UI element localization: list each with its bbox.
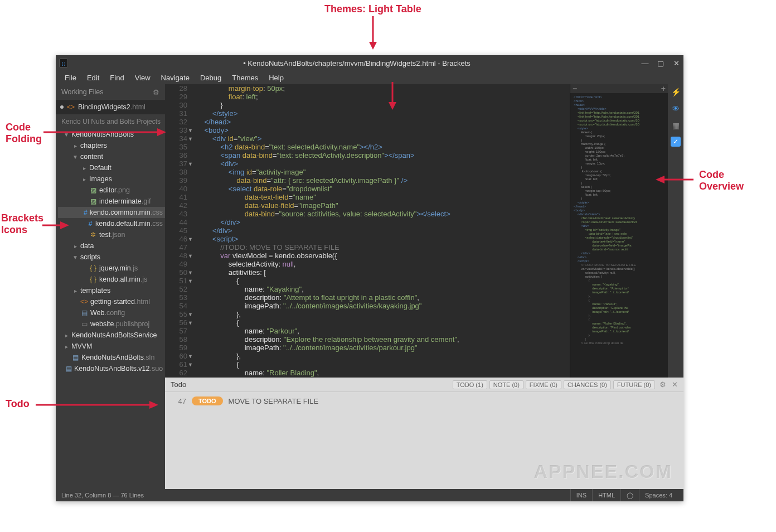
todo-settings-icon[interactable]: ⚙ [659,380,666,389]
indent-mode[interactable]: Spaces: 4 [639,489,678,501]
menu-debug[interactable]: Debug [196,72,226,83]
js-icon: { } [89,264,97,272]
working-file-name: BindingWidgets2 [78,103,130,111]
app-icon: [ ] [59,59,68,67]
code-overview[interactable]: − + <!DOCTYPE html><html><head> <title>M… [570,84,668,378]
watermark: APPNEE.COM [534,461,672,482]
svg-marker-9 [149,401,158,409]
txt-icon: ▤ [66,365,72,373]
todo-line-number: 47 [173,397,186,405]
folder-scripts[interactable]: ▼scripts [58,252,165,263]
menu-navigate[interactable]: Navigate [157,72,194,83]
file-web[interactable]: ▤Web.config [58,307,165,318]
folder-default[interactable]: ▸Default [58,162,165,173]
window-title: • KendoNutsAndBolts/chapters/mvvm/Bindin… [72,59,641,67]
todo-item[interactable]: 47 TODO MOVE TO SEPARATE FILE [173,396,676,405]
todo-filter-future[interactable]: FUTURE (0) [613,380,655,389]
html-icon: <> [80,298,88,306]
menu-help[interactable]: Help [264,72,288,83]
file-kendo.all.min[interactable]: { }kendo.all.min.js [58,274,165,285]
annotation-brackets-icons: BracketsIcons [1,212,43,236]
annotation-code-overview: CodeOverview [699,169,744,192]
todo-close-icon[interactable]: ✕ [672,380,678,389]
svg-marker-1 [369,42,377,50]
insert-mode[interactable]: INS [570,489,592,501]
statusbar: Line 32, Column 8 — 76 Lines INS HTML ◯ … [56,489,683,501]
file-kendonutsandbolts[interactable]: ▤KendoNutsAndBolts.sln [58,352,165,363]
file-jquery.min[interactable]: { }jquery.min.js [58,263,165,274]
overview-minus-icon[interactable]: − [573,87,577,91]
sidebar: Working Files ⚙ <> BindingWidgets2.html … [56,84,165,489]
css-icon: # [88,220,93,228]
file-editor[interactable]: ▨editor.png [58,185,165,196]
code-editor[interactable]: 282930313233▼34▼353637▼38394041424344454… [165,84,570,378]
titlebar: [ ] • KendoNutsAndBolts/chapters/mvvm/Bi… [56,55,683,71]
file-tree: ▼KendoNutsAndBolts▸chapters▼content▸Defa… [56,129,165,489]
line-gutter[interactable]: 282930313233▼34▼353637▼38394041424344454… [165,84,191,378]
todo-filter-fixme[interactable]: FIXME (0) [526,380,561,389]
annotation-code-folding: CodeFolding [6,122,42,145]
extension-toolbar: ⚡ 👁 ▦ ✓ [668,84,683,378]
eye-icon[interactable]: 👁 [670,103,681,114]
folder-data[interactable]: ▸data [58,240,165,252]
folder-templates[interactable]: ▸templates [58,285,165,296]
svg-marker-3 [389,102,396,110]
folder-kendonutsandboltsservice[interactable]: ▸KendoNutsAndBoltsService [58,330,165,341]
svg-marker-7 [60,221,69,229]
menu-edit[interactable]: Edit [83,72,104,83]
file-test[interactable]: ✲test.json [58,229,165,240]
menu-file[interactable]: File [60,72,81,83]
file-kendo.default.min[interactable]: #kendo.default.min.css [58,218,165,229]
folder-mvvm[interactable]: ▸MVVM [58,341,165,352]
live-preview-icon[interactable]: ⚡ [670,86,681,98]
working-file[interactable]: <> BindingWidgets2.html [56,100,165,114]
maximize-button[interactable]: ▢ [657,59,665,67]
code-content[interactable]: margin-top: 50px; float: left; } </style… [196,84,570,378]
file-indeterminate[interactable]: ▨indeterminate.gif [58,196,165,207]
file-website[interactable]: ▭website.publishproj [58,318,165,330]
svg-marker-5 [157,128,166,136]
overview-plus-icon[interactable]: + [661,87,666,91]
working-files-label: Working Files [61,88,103,96]
file-getting-started[interactable]: <>getting-started.html [58,296,165,307]
todo-title: Todo [171,380,186,389]
brackets-window: [ ] • KendoNutsAndBolts/chapters/mvvm/Bi… [56,55,683,501]
file-kendonutsandbolts.v12[interactable]: ▤KendoNutsAndBolts.v12.suo [58,363,165,374]
todo-filter-todo[interactable]: TODO (1) [453,380,487,389]
file-kendo.common.min[interactable]: #kendo.common.min.css [58,207,165,218]
menu-view[interactable]: View [130,72,155,83]
folder-images[interactable]: ▸Images [58,173,165,185]
folder-content[interactable]: ▼content [58,151,165,162]
todo-message: MOVE TO SEPARATE FILE [229,397,319,405]
cursor-position: Line 32, Column 8 — 76 Lines [61,492,144,499]
working-file-ext: .html [130,103,146,111]
todo-check-icon[interactable]: ✓ [671,137,681,147]
todo-panel: Todo TODO (1)NOTE (0)FIXME (0)CHANGES (0… [165,378,683,489]
annotation-themes: Themes: Light Table [324,3,421,15]
gear-icon[interactable]: ⚙ [153,88,159,96]
extension-manager-icon[interactable]: ▦ [670,120,681,131]
svg-marker-10 [656,176,665,183]
txt-icon: ▤ [71,354,79,361]
menubar: FileEditFindViewNavigateDebugThemesHelp [56,71,683,84]
todo-badge: TODO [192,396,223,405]
json-icon: ✲ [89,231,97,239]
status-circle-icon[interactable]: ◯ [620,489,639,501]
todo-filter-changes[interactable]: CHANGES (0) [564,380,611,389]
todo-filter-note[interactable]: NOTE (0) [489,380,523,389]
css-icon: # [84,209,88,216]
annotation-todo: Todo [6,398,30,410]
working-files-header: Working Files ⚙ [56,84,165,100]
close-button[interactable]: ✕ [672,59,680,67]
menu-themes[interactable]: Themes [227,72,263,83]
js-icon: { } [89,275,97,283]
folder-chapters[interactable]: ▸chapters [58,140,165,151]
txt-icon: ▤ [80,309,88,317]
img-icon: ▨ [89,197,97,205]
img-icon: ▨ [89,186,97,194]
modified-dot-icon [60,105,64,109]
file-icon: ▭ [80,320,88,328]
menu-find[interactable]: Find [105,72,128,83]
minimize-button[interactable]: — [641,59,649,67]
language-mode[interactable]: HTML [592,489,620,501]
